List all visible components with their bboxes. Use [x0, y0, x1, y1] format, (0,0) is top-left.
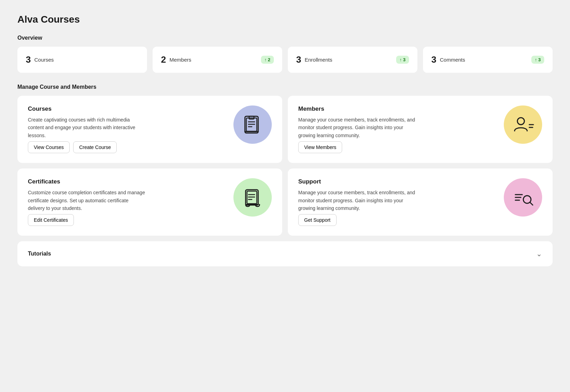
stat-card-comments: 3 Comments ↑ 3	[423, 47, 553, 73]
support-icon	[512, 186, 534, 209]
members-card-header: Members Manage your course members, trac…	[298, 105, 542, 153]
stat-number-enrollments: 3	[296, 54, 301, 65]
certificates-icon	[241, 186, 264, 209]
courses-card: Courses Create captivating courses with …	[17, 96, 282, 163]
stat-badge-members: ↑ 2	[261, 56, 274, 64]
manage-section-title: Manage Course and Members	[17, 84, 553, 90]
certificates-card-header: Certificates Customize course completion…	[28, 178, 272, 226]
stat-label-comments: Comments	[440, 57, 465, 63]
support-card-desc: Manage your course members, track enroll…	[298, 189, 417, 212]
members-icon	[512, 113, 534, 136]
members-card-content: Members Manage your course members, trac…	[298, 105, 504, 153]
support-card: Support Manage your course members, trac…	[288, 168, 553, 236]
members-card-actions: View Members	[298, 141, 504, 153]
support-icon-wrap	[504, 178, 542, 217]
support-card-actions: Get Support	[298, 214, 504, 226]
members-card: Members Manage your course members, trac…	[288, 96, 553, 163]
stat-badge-enrollments: ↑ 3	[396, 56, 409, 64]
tutorials-card[interactable]: Tutorials ⌄	[17, 241, 553, 266]
get-support-button[interactable]: Get Support	[298, 214, 337, 226]
courses-icon-wrap	[233, 105, 272, 144]
svg-point-7	[517, 118, 524, 125]
support-card-title: Support	[298, 178, 504, 185]
certificates-icon-wrap	[233, 178, 272, 217]
support-card-content: Support Manage your course members, trac…	[298, 178, 504, 226]
stat-label-enrollments: Enrollments	[305, 57, 332, 63]
stats-row: 3 Courses 2 Members ↑ 2 3 Enrollments ↑ …	[17, 47, 553, 73]
certificates-card-desc: Customize course completion certificates…	[28, 189, 146, 212]
overview-section-title: Overview	[17, 35, 553, 41]
support-card-header: Support Manage your course members, trac…	[298, 178, 542, 226]
courses-icon	[241, 113, 264, 136]
stat-number-members: 2	[161, 54, 166, 65]
svg-line-20	[530, 202, 533, 205]
stat-number-comments: 3	[431, 54, 436, 65]
stat-card-members: 2 Members ↑ 2	[153, 47, 282, 73]
view-courses-button[interactable]: View Courses	[28, 141, 70, 153]
tutorials-label: Tutorials	[28, 251, 51, 257]
stat-card-enrollments: 3 Enrollments ↑ 3	[288, 47, 417, 73]
create-course-button[interactable]: Create Course	[73, 141, 117, 153]
stat-card-courses: 3 Courses	[17, 47, 147, 73]
certificates-card-content: Certificates Customize course completion…	[28, 178, 233, 226]
courses-card-title: Courses	[28, 105, 233, 112]
stat-badge-comments: ↑ 3	[531, 56, 544, 64]
page-title: Alva Courses	[17, 14, 553, 25]
chevron-down-icon: ⌄	[536, 250, 542, 258]
members-icon-wrap	[504, 105, 542, 144]
stat-number-courses: 3	[26, 54, 31, 65]
stat-label-members: Members	[169, 57, 191, 63]
certificates-card-actions: Edit Certificates	[28, 214, 233, 226]
courses-card-desc: Create captivating courses with rich mul…	[28, 116, 146, 139]
courses-card-actions: View Courses Create Course	[28, 141, 233, 153]
courses-card-header: Courses Create captivating courses with …	[28, 105, 272, 153]
certificates-card: Certificates Customize course completion…	[17, 168, 282, 236]
members-card-desc: Manage your course members, track enroll…	[298, 116, 417, 139]
edit-certificates-button[interactable]: Edit Certificates	[28, 214, 74, 226]
manage-cards-grid: Courses Create captivating courses with …	[17, 96, 553, 236]
stat-label-courses: Courses	[34, 57, 54, 63]
courses-card-content: Courses Create captivating courses with …	[28, 105, 233, 153]
certificates-card-title: Certificates	[28, 178, 233, 185]
members-card-title: Members	[298, 105, 504, 112]
view-members-button[interactable]: View Members	[298, 141, 342, 153]
